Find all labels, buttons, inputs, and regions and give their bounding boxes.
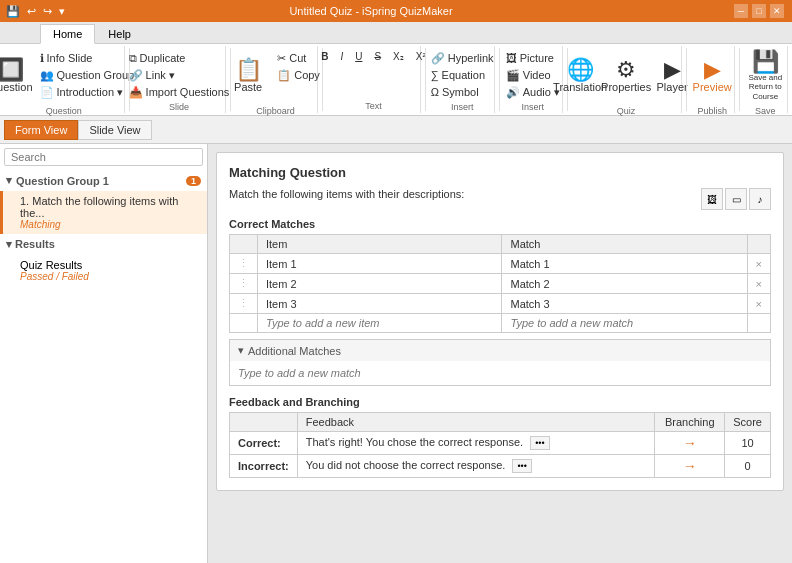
qa-save[interactable]: 💾	[4, 5, 22, 18]
search-input[interactable]	[4, 148, 203, 166]
additional-matches-body	[230, 361, 770, 385]
question-group-label: Question	[46, 104, 82, 116]
correct-matches-title: Correct Matches	[229, 218, 771, 230]
italic-button[interactable]: I	[335, 48, 348, 64]
audio-media-button[interactable]: ♪	[749, 188, 771, 210]
group-badge: 1	[186, 176, 201, 186]
player-button[interactable]: ▶ Player	[650, 48, 694, 104]
save-label: Save	[755, 104, 776, 116]
duplicate-button[interactable]: ⧉ Duplicate	[124, 50, 235, 66]
screen-media-button[interactable]: ▭	[725, 188, 747, 210]
feedback-section: Feedback and Branching Feedback Branchin…	[229, 396, 771, 478]
link-button[interactable]: 🔗 Link ▾	[124, 67, 235, 83]
delete-button[interactable]: ×	[747, 274, 770, 294]
new-match-cell	[502, 314, 747, 333]
insert-items: 🔗 Hyperlink ∑ Equation Ω Symbol	[426, 48, 499, 100]
feedback-row: Correct: That's right! You chose the cor…	[230, 432, 771, 455]
tab-home[interactable]: Home	[40, 24, 95, 44]
score-cell: 0	[725, 455, 771, 478]
slide-group-label: Slide	[169, 100, 189, 112]
preview-button[interactable]: ▶ Preview	[690, 48, 734, 104]
new-item-input[interactable]	[266, 317, 493, 329]
qa-dropdown[interactable]: ▾	[57, 5, 67, 18]
branch-arrow[interactable]: →	[683, 458, 697, 474]
question-prompt-text: Match the following items with their des…	[229, 188, 701, 200]
ribbon-group-text: B I U S X₂ X² Text	[327, 46, 422, 113]
row-handle: ⋮	[230, 254, 258, 274]
qa-redo[interactable]: ↪	[41, 5, 54, 18]
maximize-button[interactable]: □	[752, 4, 766, 18]
symbol-button[interactable]: Ω Symbol	[426, 84, 499, 100]
new-item-cell	[258, 314, 502, 333]
close-button[interactable]: ✕	[770, 4, 784, 18]
tab-help[interactable]: Help	[95, 24, 144, 43]
media-buttons: 🖼 ▭ ♪	[701, 188, 771, 210]
feedback-menu-button[interactable]: •••	[512, 459, 531, 473]
save-return-button[interactable]: 💾 Save and Return to Course	[743, 48, 787, 104]
strikethrough-button[interactable]: S	[369, 48, 386, 64]
branching-header: Branching	[655, 413, 725, 432]
sidebar-item-results[interactable]: Quiz Results Passed / Failed	[0, 255, 207, 286]
main-layout: ▾ Question Group 1 1 1. Match the follow…	[0, 144, 792, 563]
qa-undo[interactable]: ↩	[25, 5, 38, 18]
underline-button[interactable]: U	[350, 48, 367, 64]
picture-icon: 🖼	[506, 52, 517, 64]
paste-button[interactable]: 📋 Paste	[226, 48, 270, 104]
sidebar-item-matching[interactable]: 1. Match the following items with the...…	[0, 191, 207, 234]
score-header: Score	[725, 413, 771, 432]
picture-button[interactable]: 🖼 Picture	[501, 50, 565, 66]
image-media-button[interactable]: 🖼	[701, 188, 723, 210]
feedback-header: Feedback	[297, 413, 655, 432]
ribbon-group-media: 🖼 Picture 🎬 Video 🔊 Audio ▾ Insert	[504, 46, 563, 113]
group-icon: 👥	[40, 69, 54, 82]
subscript-button[interactable]: X₂	[388, 48, 409, 64]
ribbon-group-slide: ⧉ Duplicate 🔗 Link ▾ 📥 Import Questions …	[133, 46, 225, 113]
delete-button[interactable]: ×	[747, 294, 770, 314]
minimize-button[interactable]: ─	[734, 4, 748, 18]
item-cell: Item 3	[258, 294, 502, 314]
properties-button[interactable]: ⚙ Properties	[604, 48, 648, 104]
info-icon: ℹ	[40, 52, 44, 65]
feedback-row-label: Incorrect:	[230, 455, 298, 478]
additional-matches-header[interactable]: ▾ Additional Matches	[230, 340, 770, 361]
sidebar-results-group[interactable]: ▾ Results	[0, 234, 207, 255]
insert-label: Insert	[522, 100, 545, 112]
additional-matches-title: Additional Matches	[248, 345, 341, 357]
question-prompt-area: Match the following items with their des…	[229, 188, 771, 210]
feedback-menu-button[interactable]: •••	[530, 436, 549, 450]
branching-cell: →	[655, 455, 725, 478]
import-icon: 📥	[129, 86, 143, 99]
delete-button[interactable]: ×	[747, 254, 770, 274]
bold-button[interactable]: B	[316, 48, 333, 64]
ribbon-group-clipboard: 📋 Paste ✂ Cut 📋 Copy Clipboard	[234, 46, 318, 113]
table-row: ⋮ Item 1 Match 1 ×	[230, 254, 771, 274]
ribbon-tabs: Home Help	[0, 22, 792, 44]
ribbon-group-insert: 🔗 Hyperlink ∑ Equation Ω Symbol Insert	[430, 46, 495, 113]
slide-view-button[interactable]: Slide View	[78, 120, 151, 140]
question-button[interactable]: 🔲 Question	[0, 48, 33, 104]
branching-cell: →	[655, 432, 725, 455]
quiz-group-label: Quiz	[617, 104, 636, 116]
new-match-input[interactable]	[510, 317, 738, 329]
translation-icon: 🌐	[567, 59, 594, 81]
sidebar-group-questions[interactable]: ▾ Question Group 1 1	[0, 170, 207, 191]
additional-match-input[interactable]	[238, 367, 762, 379]
import-questions-button[interactable]: 📥 Import Questions	[124, 84, 235, 100]
equation-button[interactable]: ∑ Equation	[426, 67, 499, 83]
intro-icon: 📄	[40, 86, 54, 99]
duplicate-icon: ⧉	[129, 52, 137, 65]
branch-arrow[interactable]: →	[683, 435, 697, 451]
expand-icon: ▾	[6, 174, 12, 187]
new-row-handle	[230, 314, 258, 333]
view-switcher: Form View Slide View	[0, 116, 792, 144]
text-items: B I U S X₂ X²	[316, 48, 431, 99]
hyperlink-button[interactable]: 🔗 Hyperlink	[426, 50, 499, 66]
item-cell: Item 2	[258, 274, 502, 294]
item-cell: Item 1	[258, 254, 502, 274]
translation-button[interactable]: 🌐 Translation	[558, 48, 602, 104]
match-cell: Match 3	[502, 294, 747, 314]
equation-icon: ∑	[431, 69, 439, 81]
form-view-button[interactable]: Form View	[4, 120, 78, 140]
publish-label: Publish	[697, 104, 727, 116]
save-items: 💾 Save and Return to Course	[743, 48, 787, 104]
